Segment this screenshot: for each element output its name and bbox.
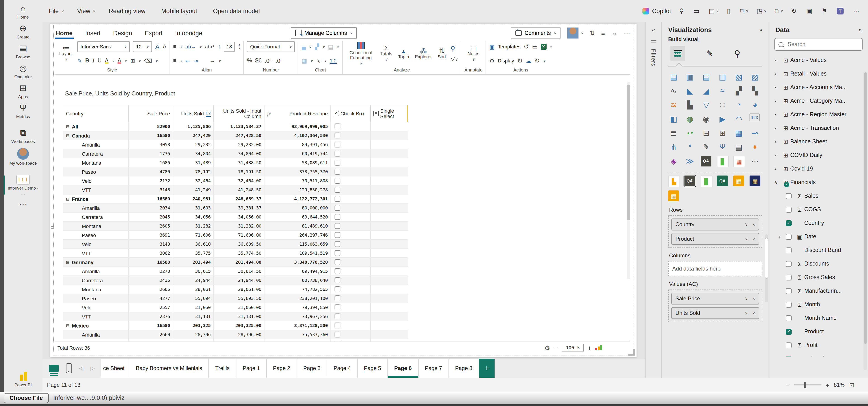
display-label[interactable]: Display	[498, 58, 514, 63]
menu-reading-view[interactable]: Reading view	[109, 7, 148, 14]
single-select-cell[interactable]	[371, 294, 407, 302]
font-select[interactable]: Inforiver Sans∨	[77, 41, 130, 52]
expand-chevron-icon[interactable]: ›	[774, 85, 781, 90]
expand-chevron-icon[interactable]: ›	[774, 125, 781, 131]
table-row[interactable]: Velo 2557 31,050 31,050.00 79,394,850	[63, 303, 408, 312]
single-select-cell[interactable]	[371, 330, 407, 339]
single-select-cell[interactable]	[371, 222, 407, 230]
table-chart-icon[interactable]: ▦	[302, 57, 307, 64]
vertical-align-icon[interactable]: ≡	[173, 44, 177, 50]
treemap-icon[interactable]: ◧	[668, 114, 679, 124]
filled-map-icon[interactable]: ◉	[701, 114, 712, 124]
line-clustered-column-combo-icon[interactable]: ▚	[749, 86, 761, 96]
horizontal-align-icon[interactable]: ≡	[173, 57, 177, 64]
expand-toggle-icon[interactable]: ⊟	[66, 197, 72, 201]
well-chip-product[interactable]: Product ∨ ×	[671, 233, 759, 245]
expand-chevron-icon[interactable]: ›	[774, 166, 781, 171]
field-checkbox[interactable]	[786, 193, 792, 199]
canvas-zoom-in-icon[interactable]: +	[826, 382, 829, 388]
single-select-cell[interactable]	[371, 140, 407, 149]
custom-chart-visual-icon[interactable]: ▊	[717, 155, 729, 167]
line-chart-icon[interactable]: ∿	[668, 86, 679, 96]
row-checkbox[interactable]	[335, 259, 340, 265]
bar-chart-type-icon[interactable]: ▄	[302, 44, 306, 50]
sort-button[interactable]: ⇅ Sort	[436, 48, 447, 59]
undo-icon[interactable]: ↺	[524, 43, 529, 50]
field-checkbox[interactable]	[786, 220, 792, 226]
comments-button[interactable]: Comments ∨	[511, 27, 561, 39]
single-select-cell[interactable]	[371, 303, 407, 312]
row-checkbox[interactable]	[335, 133, 340, 139]
chip-dropdown-icon[interactable]: ∨	[745, 311, 748, 315]
expand-chevron-icon[interactable]: ›	[774, 152, 781, 158]
currency-format-icon[interactable]: $€	[255, 57, 261, 64]
table-row[interactable]: Carretera 2435 24,944 24,944.00 60,738,6…	[63, 276, 408, 285]
data-field-row[interactable]: › ⊞ COVID Daily	[769, 148, 868, 162]
data-field-row[interactable]: Country	[769, 216, 868, 230]
expand-toggle-icon[interactable]: ⊟	[66, 133, 72, 138]
table-row[interactable]: Montana 2665 28,061 28,061.00 74,782,565	[63, 285, 408, 294]
expand-chevron-icon[interactable]: ›	[774, 98, 781, 104]
single-select-cell[interactable]	[371, 195, 407, 203]
find-icon[interactable]: ⚲	[679, 7, 685, 15]
data-field-row[interactable]: › ⊞ Acme - Accounts Ma...	[769, 81, 868, 94]
sidebar-item-onelake[interactable]: ◎ OneLake	[4, 63, 42, 79]
more-options-icon[interactable]: ⋯	[853, 7, 861, 15]
row-checkbox[interactable]	[335, 169, 340, 175]
save-icon[interactable]: ▣	[806, 7, 813, 15]
line-stacked-column-combo-icon[interactable]: ▞	[733, 86, 744, 96]
redo-icon[interactable]: ↻	[517, 57, 522, 64]
add-page-tab[interactable]: +	[479, 359, 495, 378]
italic-icon[interactable]: I	[92, 57, 94, 64]
data-field-row[interactable]: Σ Discounts	[769, 257, 868, 270]
link-icon[interactable]: ⧉∨	[740, 7, 748, 15]
row-checkbox[interactable]	[335, 196, 340, 202]
row-checkbox[interactable]	[335, 123, 340, 129]
percent-format-icon[interactable]: %	[247, 57, 252, 64]
page-tab-7[interactable]: Page 7	[418, 359, 449, 378]
paginated-report-icon[interactable]: ▤	[733, 142, 744, 152]
sidebar-item-apps[interactable]: ⊞ Apps	[4, 83, 42, 99]
area-chart-icon[interactable]: ◣	[684, 86, 695, 96]
quick-format-select[interactable]: Quick Format∨	[247, 41, 295, 52]
single-select-cell[interactable]	[371, 285, 407, 294]
inforiver-premium-matrix-icon[interactable]: ▦	[749, 176, 761, 186]
visual-scrollbar-thumb[interactable]	[627, 85, 630, 220]
table-row[interactable]: Carretera 1736 34,804 34,804.00 60,419,7…	[63, 149, 408, 158]
desktop-layout-icon[interactable]	[49, 365, 59, 372]
table-row[interactable]: Amarilla 3058 29,232 29,232.00 89,391,45…	[63, 140, 408, 149]
field-checkbox[interactable]	[786, 206, 792, 212]
inforiver-matrix-visual-2-icon[interactable]: ▦	[668, 191, 679, 201]
reset-icon[interactable]: ↻	[535, 57, 540, 64]
sidebar-item-create[interactable]: ⊕ Create	[4, 24, 42, 39]
ribbon-tab-home[interactable]: Home	[55, 27, 73, 39]
data-field-row[interactable]: Σ Sales	[769, 189, 868, 203]
search-icon[interactable]: ⚲	[451, 45, 458, 52]
build-visual-tab[interactable]	[670, 46, 685, 61]
sidebar-divider[interactable]	[4, 170, 42, 171]
sidebar-item-inforiver-demo[interactable]: ❙❙❙ Inforiver Demo - ...	[4, 175, 42, 196]
stacked-bar-chart-icon[interactable]: ▤	[668, 71, 679, 82]
azure-map-icon[interactable]: ▶	[717, 114, 728, 124]
table-row[interactable]: Amarilla 2270 30,615 30,614.50 69,494,91…	[63, 267, 408, 276]
chip-dropdown-icon[interactable]: ∨	[745, 237, 748, 241]
text-rotate-icon[interactable]: ab↵	[205, 44, 215, 50]
page-tab-8[interactable]: Page 8	[449, 359, 479, 378]
single-select-cell[interactable]	[371, 312, 407, 321]
single-select-cell[interactable]	[371, 276, 407, 285]
row-checkbox[interactable]	[335, 314, 340, 319]
sidebar-item-metrics[interactable]: Ψ Metrics	[4, 103, 42, 119]
row-checkbox[interactable]	[335, 214, 340, 220]
column-header-product-revenue[interactable]: fxProduct Revenue	[265, 106, 331, 122]
data-field-row[interactable]: Σ Profit	[769, 338, 868, 352]
data-field-row[interactable]: › ⊞ Acme - Transaction	[769, 121, 868, 135]
table-row[interactable]: Carretera 2045 34,056 34,056.00 69,644,5…	[63, 213, 408, 222]
fill-color-icon[interactable]: A	[105, 57, 109, 64]
user-avatar[interactable]	[567, 27, 579, 39]
underline-icon[interactable]: U	[97, 57, 101, 64]
key-influencers-icon[interactable]: ⊸	[749, 127, 761, 139]
table-row[interactable]: ⊟France 16580 240,931 248,659.37 4,122,7…	[63, 195, 408, 204]
ribbon-tab-export[interactable]: Export	[144, 27, 163, 39]
field-checkbox[interactable]	[786, 247, 792, 253]
single-select-cell[interactable]	[371, 258, 407, 266]
